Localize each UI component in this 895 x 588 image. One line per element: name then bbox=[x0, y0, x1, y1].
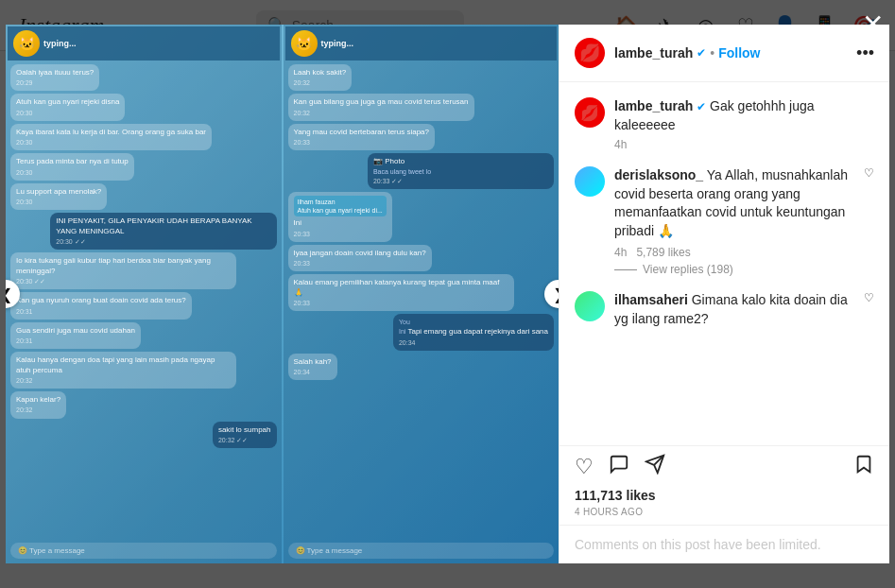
list-item: 📷 Photo Baca ulang tweet lo 20:33 ✓✓ bbox=[368, 153, 554, 189]
actions-bar: ♡ 111,713 likes 4 HOURS AGO bbox=[559, 445, 889, 525]
list-item: sakit lo sumpah 20:32 ✓✓ bbox=[213, 422, 277, 448]
list-item: Io kira tukang gali kubur tiap hari berd… bbox=[10, 252, 236, 289]
modal-overlay: ✕ ❮ ❯ 🐱 typing... Oalah iya bbox=[0, 0, 895, 588]
chat-body-2: Laah kok sakit? 20:32 Kan gua bilang gua… bbox=[285, 61, 558, 540]
chat-input-2[interactable]: 😊 Type a message bbox=[288, 543, 555, 559]
comments-limited-notice: Comments on this post have been limited. bbox=[559, 525, 889, 563]
list-item: Kapan kelar? 20:32 bbox=[10, 391, 66, 418]
dot-separator: • bbox=[710, 45, 714, 61]
share-button[interactable] bbox=[645, 454, 665, 480]
comment-username-1: derislaksono_ bbox=[614, 167, 703, 182]
chat-header-1: 🐱 typing... bbox=[8, 26, 280, 61]
chat-panel-1: 🐱 typing... Oalah iyaa ituuu terus? 20:2… bbox=[6, 25, 282, 563]
list-item: Kaya ibarat kata lu kerja di bar. Orang … bbox=[10, 124, 212, 150]
follow-button[interactable]: Follow bbox=[718, 45, 760, 61]
post-modal: ❮ ❯ 🐱 typing... Oalah iyaa ituuu terus? bbox=[6, 25, 889, 563]
bookmark-button[interactable] bbox=[853, 454, 874, 480]
comment-avatar-2 bbox=[575, 291, 605, 321]
post-caption: 💋 lambe_turah ✔ Gak getohhh juga kaleeee… bbox=[575, 97, 874, 151]
comments-body[interactable]: 💋 lambe_turah ✔ Gak getohhh juga kaleeee… bbox=[559, 82, 889, 445]
caption-time: 4h bbox=[614, 138, 874, 151]
comment-username-2: ilhamsaheri bbox=[614, 292, 688, 307]
chat-input-1[interactable]: 😊 Type a message bbox=[10, 543, 277, 559]
list-item: Laah kok sakit? 20:32 bbox=[288, 64, 353, 91]
chat-header-2: 🐱 typing... bbox=[285, 26, 558, 61]
list-item: Gua sendiri juga mau covid udahan 20:31 bbox=[10, 322, 141, 349]
like-comment-1[interactable]: ♡ bbox=[864, 166, 874, 180]
verified-caption: ✔ bbox=[697, 100, 706, 113]
username: lambe_turah bbox=[614, 45, 693, 61]
list-item: Ilham fauzanAtuh kan gua nyari rejeki di… bbox=[288, 192, 392, 242]
comment-avatar-1 bbox=[575, 166, 605, 197]
list-item: INI PENYAKIT, GILA PENYAKIR UDAH BERAPA … bbox=[50, 213, 276, 250]
list-item: Kan gua nyuruh orang buat doain covid ad… bbox=[10, 292, 192, 319]
list-item: Iyaa jangan doain covid ilang dulu kan? … bbox=[288, 245, 432, 271]
verified-badge: ✔ bbox=[697, 46, 706, 60]
list-item: Lu support apa menolak? 20:30 bbox=[10, 183, 107, 210]
action-icons: ♡ bbox=[575, 454, 874, 480]
like-comment-2[interactable]: ♡ bbox=[864, 291, 874, 304]
post-time: 4 HOURS AGO bbox=[575, 507, 874, 517]
comment-item: derislaksono_ Ya Allah, musnahkanlah cov… bbox=[575, 166, 874, 278]
comment-meta-1: 4h 5,789 likes bbox=[614, 245, 854, 261]
caption-username: lambe_turah bbox=[614, 98, 693, 113]
list-item: Atuh kan gua nyari rejeki disna 20:30 bbox=[10, 94, 125, 120]
post-header: 💋 lambe_turah ✔ • Follow ••• bbox=[559, 25, 889, 82]
list-item: YouIni Tapi emang gua dapat rejekinya da… bbox=[393, 314, 554, 351]
view-replies-1[interactable]: View replies (198) bbox=[614, 262, 854, 278]
list-item: Salah kah? 20:34 bbox=[288, 354, 337, 380]
user-info: 💋 lambe_turah ✔ • Follow bbox=[575, 38, 760, 68]
chat-screenshot: 🐱 typing... Oalah iyaa ituuu terus? 20:2… bbox=[6, 25, 559, 563]
list-item: Oalah iyaa ituuu terus? 20:29 bbox=[10, 64, 99, 91]
comments-panel: 💋 lambe_turah ✔ • Follow ••• bbox=[559, 25, 889, 563]
close-button[interactable]: ✕ bbox=[862, 11, 884, 38]
comment-button[interactable] bbox=[609, 454, 629, 480]
likes-count: 111,713 likes bbox=[575, 488, 874, 503]
list-item: Yang mau covid bertebaran terus siapa? 2… bbox=[288, 124, 436, 150]
like-post-button[interactable]: ♡ bbox=[575, 455, 594, 479]
list-item: Kan gua bilang gua juga ga mau covid ter… bbox=[288, 94, 474, 120]
avatar: 💋 bbox=[575, 38, 605, 68]
chat-body-1: Oalah iyaa ituuu terus? 20:29 Atuh kan g… bbox=[8, 61, 280, 540]
list-item: Kalau hanya dengan doa tapi yang lain ma… bbox=[10, 352, 236, 389]
more-options-button[interactable]: ••• bbox=[856, 43, 874, 63]
chat-panel-2: 🐱 typing... Laah kok sakit? 20:32 Kan gu… bbox=[284, 25, 559, 563]
post-image: ❮ ❯ 🐱 typing... Oalah iyaa ituuu terus? bbox=[6, 25, 559, 563]
list-item: Kalau emang pemilihan katanya kurang tep… bbox=[288, 274, 514, 311]
comment-item: ilhamsaheri Gimana kalo kita doain dia y… bbox=[575, 291, 874, 328]
caption-avatar: 💋 bbox=[575, 97, 605, 128]
list-item: Terus pada minta bar nya di tutup 20:30 bbox=[10, 153, 134, 180]
